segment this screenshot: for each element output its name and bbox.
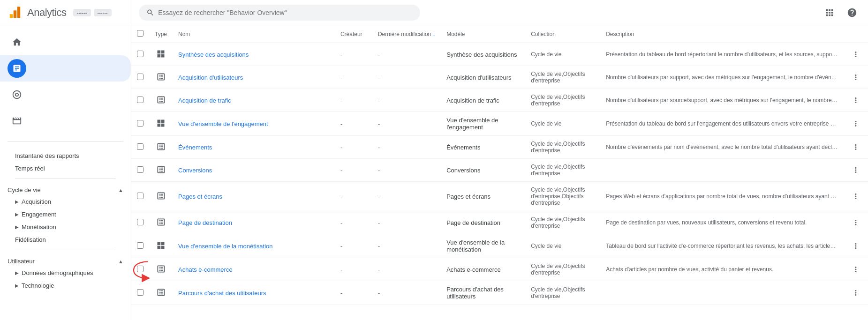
more-options-button[interactable] <box>849 263 862 276</box>
row-checkbox-cell[interactable] <box>131 211 149 234</box>
header-actions <box>844 25 868 43</box>
row-checkbox-cell[interactable] <box>131 66 149 89</box>
analytics-logo-icon <box>8 5 23 20</box>
sidebar-instantane[interactable]: Instantané des rapports <box>8 149 123 162</box>
table-body: Synthèse des acquisitions--Synthèse des … <box>131 43 868 305</box>
row-creator: - <box>335 281 372 305</box>
home-icon <box>8 33 26 52</box>
row-checkbox-cell[interactable] <box>131 43 149 66</box>
advertising-icon <box>8 112 26 130</box>
row-name[interactable]: Acquisition de trafic <box>173 89 335 112</box>
row-checkbox-cell[interactable] <box>131 136 149 159</box>
row-checkbox-cell[interactable] <box>131 89 149 112</box>
sidebar-item-technologie[interactable]: ▶ Technologie <box>8 279 123 292</box>
sidebar-temps-reel[interactable]: Temps réel <box>8 162 123 175</box>
sidebar-item-acquisition[interactable]: ▶ Acquisition <box>8 195 123 208</box>
row-checkbox[interactable] <box>137 120 143 127</box>
row-creator: - <box>335 182 372 211</box>
header-checkbox[interactable] <box>131 25 149 43</box>
table-icon <box>156 264 166 274</box>
row-checkbox-cell[interactable] <box>131 234 149 258</box>
row-name[interactable]: Vue d'ensemble de l'engagement <box>173 112 335 136</box>
row-checkbox-cell[interactable] <box>131 182 149 211</box>
row-name[interactable]: Pages et écrans <box>173 182 335 211</box>
row-actions-cell[interactable] <box>844 136 868 159</box>
more-options-button[interactable] <box>849 216 862 229</box>
row-collection: Cycle de vie <box>525 234 600 258</box>
row-actions-cell[interactable] <box>844 281 868 305</box>
header-date[interactable]: Dernière modification ↓ <box>372 25 441 43</box>
sidebar-item-fidelisation[interactable]: Fidélisation <box>8 233 123 246</box>
table-row: Acquisition d'utilisateurs--Acquisition … <box>131 66 868 89</box>
row-actions-cell[interactable] <box>844 258 868 281</box>
dashboard-icon <box>156 119 166 128</box>
table-row: Événements--ÉvénementsCycle de vie,Objec… <box>131 136 868 159</box>
row-checkbox[interactable] <box>137 166 143 173</box>
search-box[interactable] <box>139 5 420 21</box>
sidebar-item-advertising[interactable] <box>0 108 131 134</box>
section-utilisateur-header[interactable]: Utilisateur ▲ <box>8 254 123 267</box>
row-modele: Synthèse des acquisitions <box>441 43 525 66</box>
account-chip-2[interactable]: ------ <box>94 9 112 16</box>
more-options-button[interactable] <box>849 71 862 84</box>
section-cycle-vie-header[interactable]: Cycle de vie ▲ <box>8 183 123 195</box>
help-icon[interactable] <box>844 4 860 21</box>
table-icon <box>156 95 166 104</box>
table-icon <box>156 217 166 227</box>
row-actions-cell[interactable] <box>844 43 868 66</box>
row-checkbox[interactable] <box>137 74 143 80</box>
row-actions-cell[interactable] <box>844 89 868 112</box>
row-checkbox-cell[interactable] <box>131 281 149 305</box>
row-actions-cell[interactable] <box>844 66 868 89</box>
more-options-button[interactable] <box>849 164 862 177</box>
more-options-button[interactable] <box>849 117 862 130</box>
row-actions-cell[interactable] <box>844 182 868 211</box>
row-checkbox-cell[interactable] <box>131 159 149 182</box>
row-collection: Cycle de vie <box>525 43 600 66</box>
row-actions-cell[interactable] <box>844 211 868 234</box>
row-name[interactable]: Synthèse des acquisitions <box>173 43 335 66</box>
row-name[interactable]: Acquisition d'utilisateurs <box>173 66 335 89</box>
row-checkbox[interactable] <box>137 219 143 225</box>
row-checkbox[interactable] <box>137 242 143 249</box>
row-date: - <box>372 66 441 89</box>
row-name[interactable]: Vue d'ensemble de la monétisation <box>173 234 335 258</box>
row-name[interactable]: Page de destination <box>173 211 335 234</box>
row-checkbox[interactable] <box>137 193 143 199</box>
row-checkbox[interactable] <box>137 97 143 103</box>
row-name[interactable]: Événements <box>173 136 335 159</box>
row-collection: Cycle de vie,Objectifs d'entreprise <box>525 66 600 89</box>
row-name[interactable]: Achats e-commerce <box>173 258 335 281</box>
row-actions-cell[interactable] <box>844 234 868 258</box>
row-creator: - <box>335 43 372 66</box>
row-checkbox[interactable] <box>137 51 143 57</box>
more-options-button[interactable] <box>849 190 862 203</box>
row-checkbox[interactable] <box>137 143 143 150</box>
more-options-button[interactable] <box>849 239 862 253</box>
row-name[interactable]: Parcours d'achat des utilisateurs <box>173 281 335 305</box>
row-type-cell <box>149 159 173 182</box>
row-checkbox[interactable] <box>137 266 143 272</box>
more-options-button[interactable] <box>849 286 862 299</box>
row-type-cell <box>149 43 173 66</box>
row-actions-cell[interactable] <box>844 112 868 136</box>
row-checkbox[interactable] <box>137 289 143 296</box>
select-all-checkbox[interactable] <box>137 30 143 37</box>
row-checkbox-cell[interactable] <box>131 258 149 281</box>
sidebar-item-home[interactable] <box>0 29 131 55</box>
search-icon <box>146 8 154 17</box>
row-name[interactable]: Conversions <box>173 159 335 182</box>
more-options-button[interactable] <box>849 48 862 61</box>
row-actions-cell[interactable] <box>844 159 868 182</box>
sidebar-item-demographics[interactable]: ▶ Données démographiques <box>8 267 123 279</box>
grid-apps-icon[interactable] <box>821 4 838 21</box>
row-checkbox-cell[interactable] <box>131 112 149 136</box>
sidebar-item-engagement[interactable]: ▶ Engagement <box>8 208 123 221</box>
sidebar-item-reports[interactable] <box>0 55 131 82</box>
sidebar-item-monetisation[interactable]: ▶ Monétisation <box>8 221 123 233</box>
more-options-button[interactable] <box>849 94 862 107</box>
search-input[interactable] <box>158 9 413 16</box>
sidebar-item-explore[interactable] <box>0 82 131 108</box>
more-options-button[interactable] <box>849 141 862 154</box>
account-chip-1[interactable]: ------ <box>73 9 91 16</box>
